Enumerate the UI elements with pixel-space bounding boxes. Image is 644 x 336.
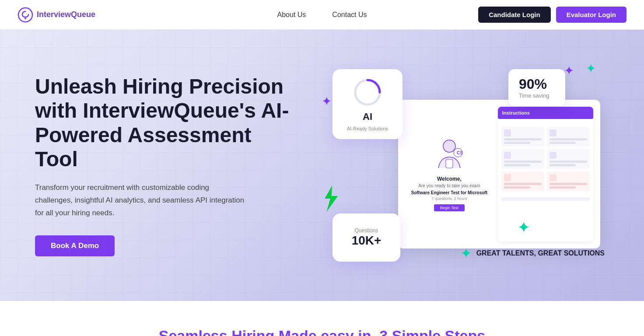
- instruction-item-4: [547, 149, 590, 169]
- svg-text:CS: CS: [457, 150, 463, 155]
- navbar: InterviewQueue About Us Contact Us Candi…: [0, 0, 644, 30]
- svg-rect-5: [446, 159, 453, 168]
- hero-left: Unleash Hiring Precision with InterviewQ…: [35, 74, 298, 256]
- screen-welcome-title: Welcome,: [437, 176, 462, 182]
- hero-subtitle: Transform your recruitment with customiz…: [35, 182, 245, 220]
- tagline-text: GREAT TALENTS, GREAT SOLUTIONS: [476, 249, 605, 257]
- questions-label: Questions: [354, 228, 378, 234]
- ai-sublabel: AI-Ready Solutions: [347, 126, 388, 131]
- logo-icon: [18, 7, 33, 23]
- hero-section: Unleash Hiring Precision with InterviewQ…: [0, 30, 644, 301]
- sparkle-icon-4: ✦: [517, 220, 530, 235]
- svg-point-0: [18, 8, 32, 22]
- sparkle-icon-1: ✦: [564, 65, 574, 77]
- steps-section: Seamless Hiring Made easy in, 3 Simple S…: [0, 301, 644, 336]
- svg-marker-8: [325, 186, 338, 212]
- nav-link-about[interactable]: About Us: [277, 11, 306, 19]
- screen-begin-btn[interactable]: Begin Test: [434, 204, 465, 211]
- evaluator-login-button[interactable]: Evaluator Login: [556, 7, 626, 23]
- screen-test-meta: 7 questions, 2 hours: [431, 196, 467, 201]
- sparkle-icon-3: ✦: [322, 95, 332, 108]
- screen-instructions-header: Instructions: [498, 107, 593, 119]
- screen-status-bar: [501, 197, 590, 201]
- card-ai: AI AI-Ready Solutions: [332, 69, 402, 139]
- screen-welcome-sub: Are you ready to take you exam: [418, 183, 480, 188]
- screen-header-text: Instructions: [502, 110, 530, 116]
- instruction-item-1: [501, 127, 544, 147]
- mock-screen: CS Welcome, Are you ready to take you ex…: [398, 100, 600, 248]
- logo-text: InterviewQueue: [37, 10, 95, 19]
- ai-label: AI: [363, 111, 372, 122]
- card-tagline: ✦ GREAT TALENTS, GREAT SOLUTIONS: [460, 245, 605, 262]
- nav-links: About Us Contact Us: [277, 11, 367, 19]
- lightning-icon: [319, 186, 341, 214]
- card-time-saving: 90% Time saving: [508, 69, 565, 106]
- book-demo-button[interactable]: Book A Demo: [35, 235, 115, 256]
- instruction-item-2: [547, 127, 590, 147]
- questions-value: 10K+: [352, 234, 382, 248]
- person-illustration: CS: [432, 137, 467, 172]
- time-label: Time saving: [519, 92, 555, 99]
- instruction-item-3: [501, 149, 544, 169]
- card-questions: Questions 10K+: [332, 214, 400, 262]
- ai-ring-icon: [352, 77, 383, 108]
- hero-title: Unleash Hiring Precision with InterviewQ…: [35, 74, 298, 171]
- instruction-item-5: [501, 172, 544, 191]
- instruction-item-6: [547, 172, 590, 191]
- time-pct: 90%: [519, 76, 555, 92]
- steps-title: Seamless Hiring Made easy in, 3 Simple S…: [18, 327, 626, 336]
- tagline-star-icon: ✦: [460, 245, 472, 262]
- sparkle-icon-2: ✦: [586, 63, 596, 75]
- screen-test-name: Software Engineer Test for Microsoft: [411, 190, 487, 195]
- nav-actions: Candidate Login Evaluator Login: [478, 7, 626, 23]
- svg-point-4: [443, 140, 455, 152]
- logo[interactable]: InterviewQueue: [18, 7, 95, 23]
- candidate-login-button[interactable]: Candidate Login: [478, 7, 551, 23]
- svg-point-1: [24, 18, 26, 19]
- hero-illustration: AI AI-Ready Solutions 90% Time saving Qu…: [315, 56, 609, 275]
- nav-link-contact[interactable]: Contact Us: [332, 11, 367, 19]
